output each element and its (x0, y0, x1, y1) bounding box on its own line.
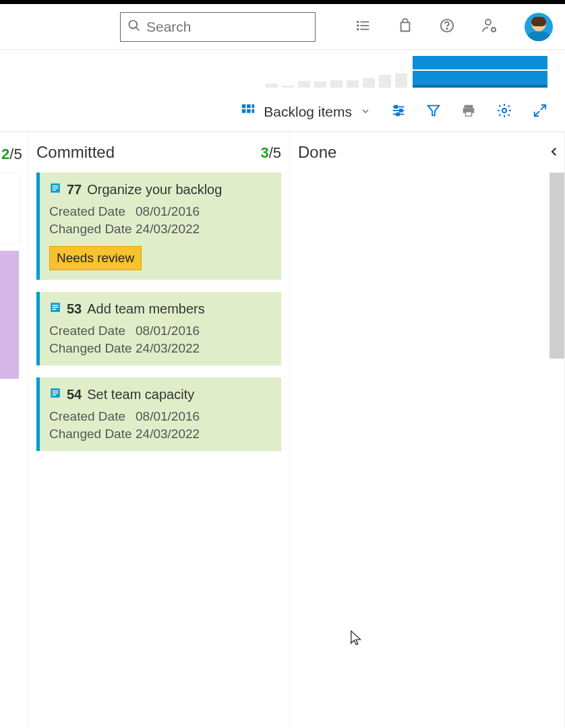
work-item-id: 54 (67, 387, 82, 402)
svg-rect-14 (252, 104, 255, 109)
field-value: 24/03/2022 (136, 341, 200, 356)
header (0, 4, 565, 50)
svg-rect-32 (53, 185, 59, 187)
backlog-level-label: Backlog items (264, 104, 352, 120)
svg-rect-34 (53, 189, 57, 191)
field-label: Created Date (49, 324, 136, 338)
prev-column-partial: 2/5 (0, 132, 28, 728)
prev-column-wip: 2/5 (1, 146, 22, 163)
svg-rect-15 (242, 109, 246, 113)
print-icon[interactable] (461, 103, 476, 121)
field-label: Created Date (49, 409, 136, 424)
svg-rect-13 (247, 104, 251, 109)
column-header: Committed 3/5 (36, 143, 281, 162)
tag[interactable]: Needs review (49, 246, 142, 270)
gear-icon[interactable] (496, 102, 512, 121)
work-item-title: Add team members (87, 301, 205, 317)
column-committed: Committed 3/5 77 Organize your backlog C… (28, 132, 290, 728)
field-label: Created Date (49, 204, 136, 219)
svg-point-7 (357, 28, 359, 30)
field-label: Changed Date (49, 427, 136, 442)
search-box[interactable] (120, 12, 316, 42)
svg-rect-21 (400, 109, 403, 112)
field-value: 24/03/2022 (136, 427, 200, 442)
svg-rect-27 (465, 111, 471, 115)
column-done: Done (290, 132, 565, 728)
search-icon (127, 19, 146, 35)
field-value: 08/01/2016 (136, 409, 200, 424)
card-stub[interactable] (0, 173, 20, 244)
settings-sliders-icon[interactable] (391, 103, 406, 121)
mouse-cursor (349, 630, 364, 650)
svg-rect-40 (53, 390, 59, 392)
svg-rect-36 (53, 305, 59, 306)
search-input[interactable] (146, 19, 308, 35)
board-icon (241, 102, 256, 121)
work-item-card[interactable]: 77 Organize your backlog Created Date08/… (36, 173, 281, 280)
work-item-card[interactable]: 53 Add team members Created Date08/01/20… (36, 292, 281, 365)
shopping-bag-icon[interactable] (398, 18, 413, 36)
svg-point-0 (129, 20, 138, 28)
kanban-board: 2/5 Committed 3/5 77 Organize your backl… (0, 132, 565, 728)
field-value: 08/01/2016 (136, 324, 200, 338)
user-settings-icon[interactable] (481, 18, 498, 36)
list-icon[interactable] (356, 18, 371, 36)
svg-point-5 (357, 21, 359, 22)
field-value: 08/01/2016 (136, 204, 200, 219)
mini-chart-row (0, 50, 565, 92)
svg-line-29 (541, 104, 545, 109)
svg-point-6 (357, 25, 359, 26)
work-item-card[interactable]: 54 Set team capacity Created Date08/01/2… (36, 377, 281, 451)
board-toolbar: Backlog items (0, 92, 565, 132)
field-label: Changed Date (49, 341, 136, 356)
pbi-icon (49, 387, 61, 402)
avatar[interactable] (525, 13, 553, 41)
svg-rect-41 (53, 392, 59, 394)
column-header: Done (298, 143, 556, 162)
header-icons (356, 13, 560, 41)
column-title: Committed (36, 143, 115, 162)
velocity-mini-chart[interactable] (266, 55, 407, 88)
svg-line-30 (535, 111, 539, 115)
vertical-scrollbar[interactable] (549, 173, 564, 359)
pbi-icon (49, 301, 61, 317)
backlog-level-dropdown[interactable]: Backlog items (241, 102, 371, 121)
field-label: Changed Date (49, 222, 136, 237)
help-icon[interactable] (440, 18, 454, 36)
work-item-title: Organize your backlog (87, 182, 222, 198)
field-value: 24/03/2022 (136, 222, 200, 237)
svg-rect-23 (396, 113, 399, 115)
work-item-id: 77 (67, 182, 82, 198)
work-item-id: 53 (67, 301, 82, 317)
svg-rect-37 (53, 307, 59, 308)
cfd-mini-chart[interactable] (413, 55, 547, 88)
svg-rect-38 (53, 309, 57, 310)
chevron-down-icon (360, 104, 371, 120)
column-wip: 3/5 (260, 144, 281, 162)
svg-line-1 (136, 27, 140, 30)
pbi-icon (49, 182, 61, 198)
svg-rect-19 (395, 105, 398, 108)
expand-icon[interactable] (533, 103, 547, 121)
card-stub[interactable] (0, 251, 19, 379)
svg-rect-12 (242, 104, 246, 109)
collapse-column-icon[interactable] (548, 146, 560, 160)
filter-icon[interactable] (426, 103, 441, 121)
svg-rect-42 (53, 394, 57, 396)
column-title: Done (298, 143, 336, 162)
svg-point-9 (446, 28, 447, 28)
svg-rect-17 (252, 109, 255, 113)
svg-marker-24 (428, 105, 440, 115)
svg-point-28 (502, 109, 506, 113)
svg-rect-33 (53, 187, 59, 189)
work-item-title: Set team capacity (87, 387, 194, 402)
svg-rect-16 (247, 109, 251, 113)
svg-point-10 (485, 20, 491, 25)
svg-rect-25 (465, 104, 473, 108)
